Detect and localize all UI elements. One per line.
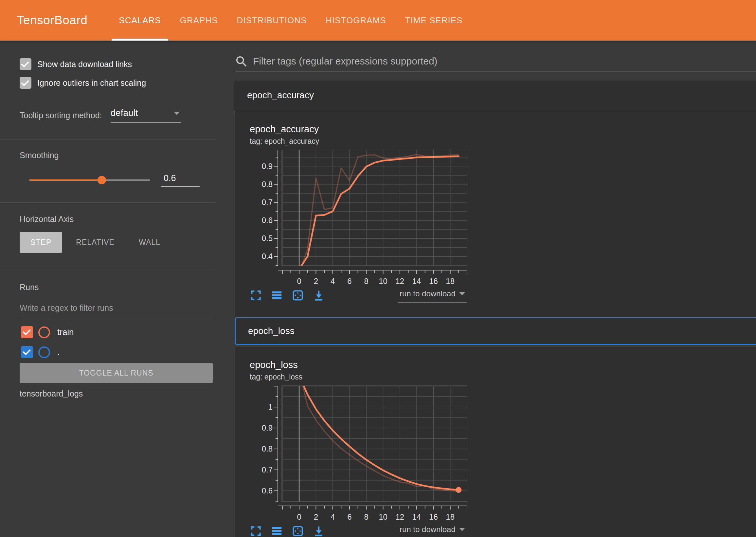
checkmark-icon <box>22 347 31 355</box>
app-logo: TensorBoard <box>17 0 87 41</box>
svg-text:0.9: 0.9 <box>262 162 273 171</box>
show-download-links-checkbox[interactable] <box>19 58 31 70</box>
svg-text:12: 12 <box>395 513 404 521</box>
tooltip-sorting-label: Tooltip sorting method: <box>19 111 102 120</box>
axis-step-button[interactable]: STEP <box>19 232 62 253</box>
chart-tag-subtitle: tag: epoch_loss <box>250 373 302 382</box>
run-row-train[interactable]: train <box>0 326 216 338</box>
svg-text:0.7: 0.7 <box>262 465 273 474</box>
checkbox-label: Show data download links <box>37 60 132 69</box>
svg-text:14: 14 <box>412 513 421 521</box>
toggle-all-runs-button[interactable]: TOGGLE ALL RUNS <box>19 363 213 383</box>
chart-card-epoch-accuracy: epoch_accuracy tag: epoch_accuracy 0.40.… <box>235 111 756 318</box>
checkmark-icon <box>21 59 29 67</box>
run-row-dot[interactable]: . <box>0 346 216 358</box>
group-title: epoch_loss <box>248 326 294 336</box>
run-train-checkbox[interactable] <box>21 326 33 338</box>
epoch-loss-line-chart[interactable]: 0.60.70.80.91024681012141618 <box>261 383 476 526</box>
group-title: epoch_accuracy <box>247 90 314 101</box>
runs-label: Runs <box>0 283 216 292</box>
expand-chart-icon[interactable] <box>292 289 304 302</box>
run-dot-color-circle <box>38 347 50 358</box>
axis-wall-button[interactable]: WALL <box>128 232 171 253</box>
svg-text:4: 4 <box>330 513 335 521</box>
tab-histograms[interactable]: HISTOGRAMS <box>326 0 386 41</box>
ignore-outliers-checkbox[interactable] <box>19 77 31 89</box>
download-icon[interactable] <box>313 525 325 537</box>
search-icon <box>235 55 248 68</box>
fullscreen-icon[interactable] <box>250 289 262 302</box>
svg-text:6: 6 <box>347 277 352 285</box>
group-header-epoch-accuracy[interactable]: epoch_accuracy <box>235 81 756 110</box>
svg-text:1: 1 <box>268 402 273 411</box>
smoothing-value-input[interactable] <box>161 173 200 186</box>
divider <box>0 139 216 140</box>
chart-title: epoch_accuracy <box>250 124 319 135</box>
run-to-download-label: run to download <box>399 525 456 534</box>
top-nav: SCALARS GRAPHS DISTRIBUTIONS HISTOGRAMS … <box>119 0 463 41</box>
tab-time-series[interactable]: TIME SERIES <box>405 0 463 41</box>
group-header-epoch-loss[interactable]: epoch_loss <box>235 317 756 345</box>
tooltip-sorting-dropdown[interactable]: default <box>111 108 181 123</box>
svg-text:10: 10 <box>379 513 388 521</box>
svg-text:6: 6 <box>347 513 352 521</box>
expand-chart-icon[interactable] <box>292 525 304 537</box>
svg-text:8: 8 <box>364 513 368 521</box>
svg-text:2: 2 <box>314 513 318 521</box>
log-directory-label: tensorboard_logs <box>0 389 216 398</box>
svg-text:0: 0 <box>297 513 301 521</box>
chart-toolbar <box>250 289 325 302</box>
checkmark-icon <box>21 78 29 86</box>
tab-graphs[interactable]: GRAPHS <box>180 0 218 41</box>
chart-toolbar <box>250 525 325 537</box>
tab-distributions[interactable]: DISTRIBUTIONS <box>237 0 307 41</box>
svg-text:0.6: 0.6 <box>262 216 273 225</box>
svg-text:0.9: 0.9 <box>262 423 273 432</box>
chart-card-epoch-loss: epoch_loss tag: epoch_loss 0.60.70.80.91… <box>235 347 756 537</box>
axis-relative-button[interactable]: RELATIVE <box>74 232 117 253</box>
run-train-color-circle <box>38 326 50 338</box>
svg-text:12: 12 <box>395 277 404 285</box>
runs-filter-wrap <box>19 303 213 318</box>
app-header: TensorBoard SCALARS GRAPHS DISTRIBUTIONS… <box>0 0 756 41</box>
fullscreen-icon[interactable] <box>250 525 262 537</box>
svg-text:0: 0 <box>297 277 301 285</box>
tag-filter-row <box>235 52 756 71</box>
divider <box>0 268 216 268</box>
svg-text:0.6: 0.6 <box>262 486 273 495</box>
run-to-download-dropdown[interactable]: run to download <box>397 521 467 537</box>
svg-text:4: 4 <box>330 277 335 285</box>
svg-text:18: 18 <box>446 277 455 285</box>
svg-text:16: 16 <box>429 513 438 521</box>
svg-text:0.4: 0.4 <box>262 252 273 261</box>
runs-filter-input[interactable] <box>19 303 213 318</box>
tooltip-sorting-value: default <box>111 108 138 118</box>
smoothing-slider-knob[interactable] <box>97 176 106 185</box>
svg-text:8: 8 <box>364 277 368 285</box>
divider <box>0 202 216 203</box>
svg-text:2: 2 <box>314 277 318 285</box>
tab-scalars[interactable]: SCALARS <box>119 0 161 41</box>
smoothing-slider[interactable] <box>29 180 150 181</box>
tag-filter-input[interactable] <box>252 55 756 67</box>
run-dot-checkbox[interactable] <box>21 346 33 358</box>
download-icon[interactable] <box>313 289 325 302</box>
horizontal-axis-label: Horizontal Axis <box>0 215 216 224</box>
svg-text:18: 18 <box>446 513 455 521</box>
run-to-download-label: run to download <box>399 289 456 298</box>
data-table-icon[interactable] <box>271 525 283 537</box>
run-label: train <box>57 327 74 337</box>
smoothing-row <box>0 173 216 186</box>
svg-text:10: 10 <box>379 277 388 285</box>
show-download-links-row[interactable]: Show data download links <box>0 58 216 70</box>
smoothing-slider-fill <box>29 180 102 181</box>
ignore-outliers-row[interactable]: Ignore outliers in chart scaling <box>0 77 216 89</box>
tooltip-sorting-row: Tooltip sorting method: default <box>0 108 216 123</box>
svg-text:0.8: 0.8 <box>262 444 273 453</box>
svg-text:16: 16 <box>429 277 438 285</box>
svg-text:0.8: 0.8 <box>262 180 273 188</box>
data-table-icon[interactable] <box>271 289 283 302</box>
run-to-download-dropdown[interactable]: run to download <box>397 285 467 303</box>
epoch-accuracy-line-chart[interactable]: 0.40.50.60.70.80.9024681012141618 <box>261 147 476 291</box>
smoothing-label: Smoothing <box>0 151 216 160</box>
